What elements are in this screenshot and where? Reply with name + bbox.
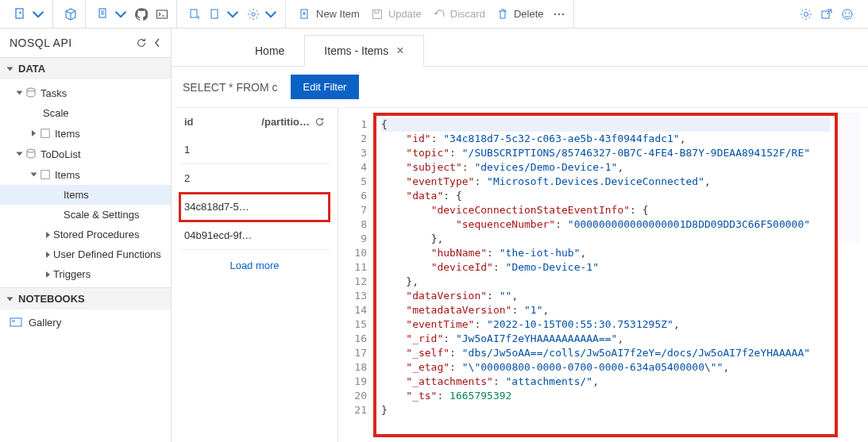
tree-node-items-tasks[interactable]: Items	[0, 123, 171, 144]
caret-icon	[17, 152, 23, 156]
tree: Tasks Scale Items ToDoList	[0, 79, 171, 287]
col-partition: /partitio…	[261, 116, 310, 128]
tabs-row: Home Items - Items ×	[172, 29, 868, 67]
file-dropdown-2[interactable]	[206, 5, 242, 24]
svg-point-15	[845, 12, 847, 13]
tree-node-scale[interactable]: Scale	[0, 103, 171, 123]
chevron-down-icon	[264, 8, 277, 21]
tree-label: Triggers	[53, 268, 91, 280]
tree-label: Items	[55, 169, 80, 181]
container-icon	[39, 168, 52, 181]
cube-button[interactable]	[61, 5, 80, 24]
tree-node-udf[interactable]: User Defined Functions	[0, 244, 171, 264]
new-item-label: New Item	[316, 8, 360, 20]
save-icon	[371, 8, 384, 21]
sidebar-title: NOSQL API	[10, 37, 72, 49]
github-button[interactable]	[132, 5, 151, 24]
file-sql-icon	[97, 8, 110, 21]
minimap[interactable]	[838, 113, 860, 437]
item-list: id /partitio… 1234c818d7-5…04b91ecd-9f… …	[172, 108, 338, 442]
item-list-header: id /partitio…	[179, 113, 330, 136]
tree-node-items-child[interactable]: Items	[0, 185, 171, 205]
terminal-icon	[156, 8, 168, 21]
tree-label: Tasks	[41, 87, 67, 99]
svg-point-10	[558, 13, 560, 14]
section-notebooks[interactable]: NOTEBOOKS	[0, 287, 171, 309]
refresh-icon[interactable]	[136, 37, 147, 48]
delete-label: Delete	[514, 8, 544, 20]
feedback-button[interactable]	[838, 5, 857, 24]
chevron-down-icon	[114, 8, 127, 21]
new-item-button[interactable]: New Item	[294, 5, 365, 24]
terminal-button[interactable]	[152, 5, 172, 24]
chevron-down-icon	[32, 8, 44, 21]
item-row[interactable]: 2	[179, 164, 330, 193]
tree-node-todolist[interactable]: ToDoList	[0, 144, 171, 164]
tree-node-triggers[interactable]: Triggers	[0, 264, 171, 284]
svg-rect-4	[211, 10, 218, 18]
refresh-icon[interactable]	[314, 117, 325, 127]
discard-button[interactable]: Discard	[428, 5, 490, 24]
svg-point-9	[554, 13, 556, 14]
more-button[interactable]	[550, 5, 569, 24]
item-row[interactable]: 1	[179, 136, 330, 164]
caret-icon	[46, 232, 50, 238]
caret-down-icon	[7, 297, 14, 301]
tab-close-icon[interactable]: ×	[396, 44, 403, 58]
tree-node-tasks[interactable]: Tasks	[0, 83, 171, 103]
editor-content[interactable]: { "id": "34c818d7-5c32-c063-ae5b-43f0944…	[373, 113, 838, 437]
upload-button[interactable]	[185, 5, 204, 24]
upload-icon	[188, 8, 201, 21]
open-external-button[interactable]	[817, 5, 836, 24]
query-bar: SELECT * FROM c Edit Filter	[172, 67, 868, 108]
json-editor[interactable]: 123456789101112131415161718192021 { "id"…	[338, 108, 868, 442]
svg-rect-20	[41, 171, 50, 179]
section-data-label: DATA	[18, 63, 45, 75]
svg-rect-22	[12, 320, 15, 322]
file-icon	[209, 8, 222, 21]
tree-label: Scale	[43, 107, 69, 119]
gear-icon	[800, 8, 812, 21]
line-gutter: 123456789101112131415161718192021	[341, 113, 373, 437]
tree-label: Items	[55, 128, 80, 140]
tree-label: Stored Procedures	[53, 229, 139, 240]
settings-dropdown[interactable]	[244, 5, 280, 24]
caret-icon	[32, 130, 36, 136]
edit-filter-button[interactable]: Edit Filter	[291, 75, 360, 99]
ellipsis-icon	[553, 8, 565, 21]
delete-button[interactable]: Delete	[492, 5, 549, 24]
update-button[interactable]: Update	[366, 5, 426, 24]
svg-point-16	[848, 12, 850, 13]
new-file-dropdown[interactable]	[11, 5, 48, 24]
plus-file-icon	[299, 8, 311, 21]
caret-icon	[46, 252, 50, 258]
settings-button[interactable]	[797, 5, 816, 24]
caret-icon	[17, 91, 23, 95]
section-data[interactable]: DATA	[0, 57, 171, 79]
svg-rect-13	[822, 11, 829, 18]
tab-items[interactable]: Items - Items ×	[304, 35, 423, 67]
gallery-item[interactable]: Gallery	[0, 309, 171, 335]
section-notebooks-label: NOTEBOOKS	[18, 293, 85, 305]
svg-rect-7	[372, 10, 381, 18]
item-row[interactable]: 04b91ecd-9f…	[179, 221, 330, 250]
tree-node-scale-settings[interactable]: Scale & Settings	[0, 205, 171, 225]
cube-icon	[64, 8, 77, 21]
load-more-link[interactable]: Load more	[179, 250, 330, 281]
smile-icon	[841, 8, 854, 21]
tab-home[interactable]: Home	[235, 36, 304, 66]
svg-rect-0	[16, 9, 23, 18]
sql-dropdown[interactable]	[94, 5, 130, 24]
svg-point-17	[27, 88, 35, 91]
tree-node-stored-procs[interactable]: Stored Procedures	[0, 225, 171, 244]
workspace: Home Items - Items × SELECT * FROM c Edi…	[172, 29, 868, 442]
tree-node-items[interactable]: Items	[0, 164, 171, 185]
tab-home-label: Home	[255, 44, 284, 57]
caret-icon	[46, 271, 50, 278]
container-icon	[39, 127, 52, 140]
undo-icon	[433, 8, 446, 21]
item-row[interactable]: 34c818d7-5…	[179, 193, 330, 221]
gear-icon	[247, 8, 260, 21]
chevron-left-icon[interactable]	[153, 37, 161, 48]
svg-rect-18	[41, 129, 50, 138]
